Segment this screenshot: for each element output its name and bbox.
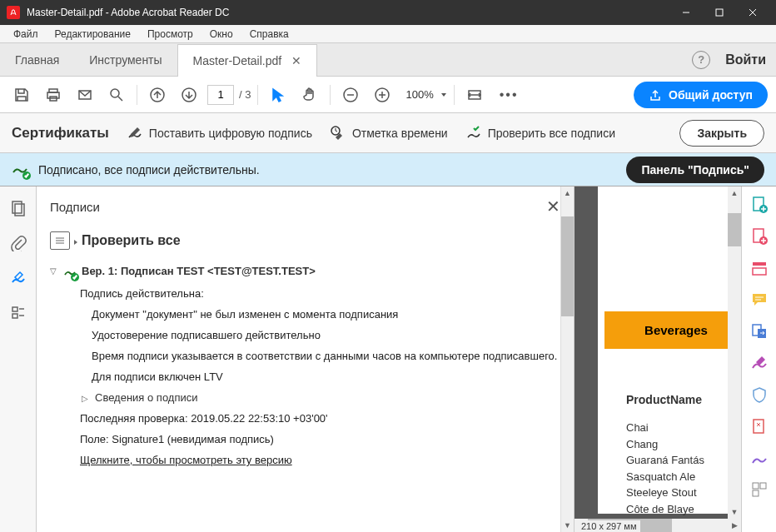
- close-panel-icon[interactable]: ✕: [546, 196, 560, 216]
- clock-pen-icon: [329, 124, 347, 142]
- scroll-right-icon[interactable]: ▶: [728, 521, 741, 530]
- close-tab-icon[interactable]: ✕: [291, 54, 301, 67]
- search-icon[interactable]: [103, 82, 130, 108]
- detail-line: Удостоверение подписавшего действительно: [92, 325, 562, 346]
- scroll-up-icon[interactable]: ▲: [561, 186, 574, 200]
- window-title: Master-Detail.pdf - Adobe Acrobat Reader…: [27, 7, 669, 18]
- share-button[interactable]: Общий доступ: [634, 82, 768, 108]
- svg-rect-42: [753, 490, 759, 496]
- certificates-toolbar: Сертификаты Поставить цифровую подпись О…: [0, 113, 776, 153]
- expand-icon[interactable]: ▷: [80, 394, 90, 403]
- pen-check-icon: [465, 124, 483, 142]
- attachments-icon[interactable]: [8, 233, 28, 253]
- verify-all-signatures-button[interactable]: Проверить все подписи: [465, 124, 615, 142]
- view-version-link[interactable]: Щелкните, чтобы просмотреть эту версию: [80, 450, 562, 470]
- minimize-button[interactable]: [669, 0, 703, 25]
- menu-file[interactable]: Файл: [5, 27, 47, 42]
- more-tools-button[interactable]: •••: [493, 87, 525, 102]
- fill-sign-icon[interactable]: [749, 448, 769, 468]
- protect-icon[interactable]: [749, 385, 769, 405]
- list-item: Chang: [626, 436, 704, 453]
- preview-vertical-scrollbar[interactable]: ▲ ▼: [728, 186, 741, 519]
- close-certificates-button[interactable]: Закрыть: [679, 120, 764, 147]
- sign-tool-icon[interactable]: [749, 353, 769, 373]
- login-button[interactable]: Войти: [725, 52, 766, 67]
- verify-all-label[interactable]: Проверить все: [82, 233, 181, 248]
- menu-view[interactable]: Просмотр: [139, 27, 201, 42]
- expand-icon[interactable]: ▽: [48, 266, 58, 276]
- svg-line-9: [118, 97, 122, 101]
- scroll-down-icon[interactable]: ▼: [561, 519, 574, 532]
- next-page-icon[interactable]: [176, 82, 202, 108]
- signature-details-node[interactable]: ▷ Сведения о подписи: [80, 387, 562, 408]
- tab-tools[interactable]: Инструменты: [74, 43, 177, 76]
- list-item: Côte de Blaye: [626, 501, 704, 518]
- document-tabs: Главная Инструменты Master-Detail.pdf ✕ …: [0, 43, 776, 77]
- menu-edit[interactable]: Редактирование: [47, 27, 139, 42]
- signature-revision-node[interactable]: ▽ Вер. 1: Подписан TEST <TEST@TEST.TEST>: [48, 265, 562, 280]
- edit-pdf-icon[interactable]: [749, 258, 769, 278]
- svg-point-8: [111, 89, 119, 97]
- svg-rect-34: [753, 268, 766, 275]
- signature-panel-button[interactable]: Панель "Подпись": [626, 157, 764, 183]
- svg-rect-33: [753, 262, 766, 266]
- signatures-panel: Подписи ✕ Проверить все ▽ Вер. 1: Подпис…: [37, 186, 575, 532]
- share-icon: [649, 88, 662, 102]
- digital-sign-button[interactable]: Поставить цифровую подпись: [126, 124, 312, 142]
- close-window-button[interactable]: [736, 0, 769, 25]
- preview-horizontal-scrollbar[interactable]: 210 x 297 мм ◀ ▶: [575, 519, 741, 532]
- thumbnails-icon[interactable]: [8, 198, 28, 218]
- signatures-nav-icon[interactable]: [8, 268, 28, 288]
- zoom-dropdown[interactable]: 100%: [400, 88, 446, 101]
- detail-line: Документ "документ" не был изменен с мом…: [92, 304, 562, 325]
- scroll-up-icon[interactable]: ▲: [728, 186, 741, 200]
- panel-scrollbar[interactable]: ▲ ▼: [560, 186, 574, 532]
- svg-rect-21: [15, 204, 24, 216]
- export-pdf-icon[interactable]: [749, 321, 769, 341]
- scroll-thumb[interactable]: [728, 213, 741, 246]
- svg-rect-41: [760, 483, 766, 489]
- create-pdf-icon[interactable]: [749, 195, 769, 215]
- menu-help[interactable]: Справка: [241, 27, 297, 42]
- signature-valid-small-icon: [63, 266, 77, 280]
- save-icon[interactable]: [8, 82, 35, 108]
- tab-active-document[interactable]: Master-Detail.pdf ✕: [177, 44, 318, 77]
- bookmarks-icon[interactable]: [8, 303, 28, 323]
- help-icon[interactable]: ?: [692, 51, 710, 69]
- menu-window[interactable]: Окно: [201, 27, 241, 42]
- list-item: Chai: [626, 420, 704, 436]
- chevron-down-icon: [440, 88, 447, 101]
- field-line: Поле: Signature1 (невидимая подпись): [80, 429, 562, 450]
- product-list: Chai Chang Guaraná Fantás Sasquatch Ale …: [626, 420, 704, 517]
- scroll-thumb[interactable]: [561, 216, 574, 316]
- svg-rect-22: [12, 307, 17, 311]
- svg-rect-5: [47, 92, 59, 98]
- titlebar: Master-Detail.pdf - Adobe Acrobat Reader…: [0, 0, 776, 25]
- certificates-title: Сертификаты: [12, 125, 109, 142]
- share-button-label: Общий доступ: [669, 88, 753, 102]
- print-icon[interactable]: [40, 82, 67, 108]
- category-header: Beverages: [604, 311, 741, 349]
- zoom-out-icon[interactable]: [337, 82, 364, 108]
- comment-icon[interactable]: [749, 290, 769, 310]
- list-item: Sasquatch Ale: [626, 469, 704, 485]
- combine-pdf-icon[interactable]: [749, 226, 769, 246]
- scroll-down-icon[interactable]: ▼: [728, 505, 741, 519]
- prev-page-icon[interactable]: [144, 82, 171, 108]
- selection-tool-icon[interactable]: [265, 82, 291, 108]
- svg-rect-23: [12, 314, 17, 318]
- more-tools-icon[interactable]: [749, 480, 769, 500]
- panel-options-button[interactable]: [50, 231, 70, 250]
- tab-home[interactable]: Главная: [0, 43, 74, 76]
- document-preview[interactable]: Beverages ProductName Chai Chang Guaraná…: [575, 186, 741, 532]
- zoom-in-icon[interactable]: [369, 82, 395, 108]
- tab-label: Master-Detail.pdf: [193, 54, 282, 67]
- svg-rect-1: [716, 9, 723, 16]
- hand-tool-icon[interactable]: [296, 82, 323, 108]
- compress-pdf-icon[interactable]: [749, 416, 769, 436]
- mail-icon[interactable]: [72, 82, 98, 108]
- maximize-button[interactable]: [703, 0, 736, 25]
- fit-width-icon[interactable]: [461, 82, 488, 108]
- page-number-input[interactable]: [207, 85, 234, 105]
- timestamp-button[interactable]: Отметка времени: [329, 124, 448, 142]
